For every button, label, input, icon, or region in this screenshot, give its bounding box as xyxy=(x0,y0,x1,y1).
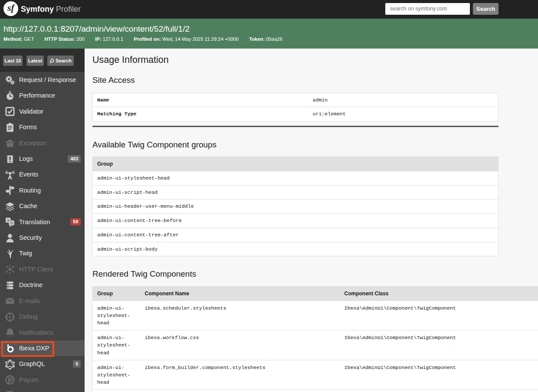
svg-text:a: a xyxy=(7,218,10,223)
svg-text:示: 示 xyxy=(10,221,13,225)
